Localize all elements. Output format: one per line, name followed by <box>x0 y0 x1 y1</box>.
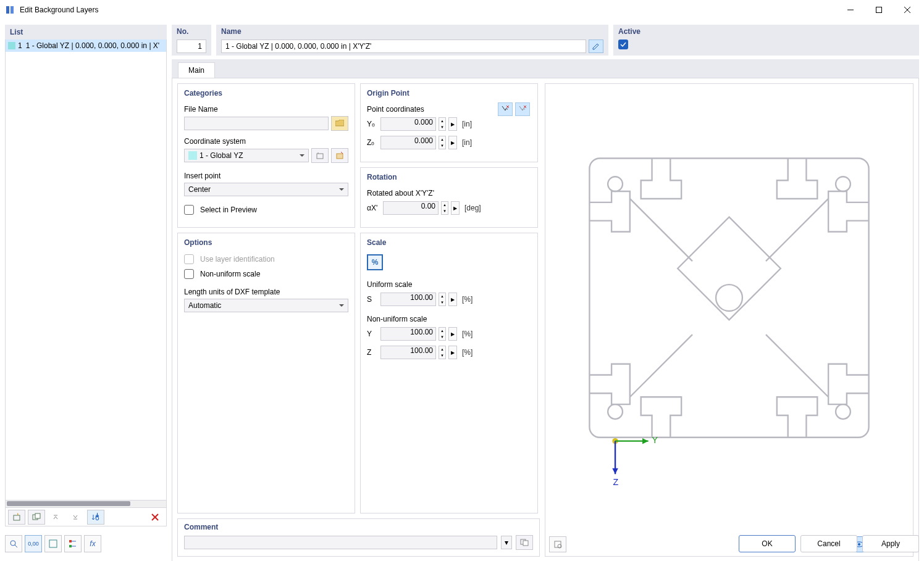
new-item-button[interactable] <box>8 510 25 525</box>
window-title: Edit Background Layers <box>20 6 98 14</box>
nonuniform-checkbox[interactable] <box>184 269 194 279</box>
scale-z-field[interactable]: 100.00 <box>380 346 436 359</box>
z0-menu[interactable]: ▶ <box>448 136 457 149</box>
tree-button[interactable] <box>64 535 82 552</box>
units-button[interactable]: 0,00 <box>25 535 42 552</box>
y0-spin[interactable]: ▲▼ <box>439 117 446 131</box>
help-button[interactable] <box>5 535 22 552</box>
alpha-menu[interactable]: ▶ <box>451 201 460 215</box>
name-label: Name <box>221 27 603 36</box>
svg-rect-8 <box>35 513 40 518</box>
scale-title: Scale <box>367 238 531 247</box>
preview-pane[interactable]: Y Z 1 2 3 <box>545 83 914 557</box>
y0-menu[interactable]: ▶ <box>448 117 457 131</box>
delete-item-button[interactable] <box>146 510 164 525</box>
y0-label: Y₀ <box>367 120 378 128</box>
svg-point-24 <box>836 177 850 191</box>
sort-desc-button[interactable] <box>67 510 85 525</box>
length-units-label: Length units of DXF template <box>184 288 348 296</box>
scale-y-spin[interactable]: ▲▼ <box>439 327 446 341</box>
alpha-spin[interactable]: ▲▼ <box>441 201 448 215</box>
svg-text:6: 6 <box>95 513 99 522</box>
percent-button[interactable]: % <box>367 254 383 270</box>
svg-rect-13 <box>317 154 323 159</box>
file-name-label: File Name <box>184 105 348 114</box>
name-field[interactable]: 1 - Global YZ | 0.000, 0.000, 0.000 in |… <box>221 39 586 53</box>
renumber-button[interactable]: 16 <box>87 510 104 525</box>
origin-title: Origin Point <box>367 89 531 98</box>
svg-point-25 <box>608 404 623 419</box>
list-item-text: 1 - Global YZ | 0.000, 0.000, 0.000 in |… <box>26 41 159 50</box>
coord-library-button[interactable] <box>311 148 329 163</box>
insert-point-dropdown[interactable]: Center <box>184 183 348 196</box>
list-body[interactable]: 1 1 - Global YZ | 0.000, 0.000, 0.000 in… <box>5 39 167 501</box>
browse-file-button[interactable] <box>331 116 348 131</box>
coord-system-label: Coordinate system <box>184 137 348 146</box>
layer-id-checkbox <box>184 254 194 264</box>
z0-field[interactable]: 0.000 <box>380 136 436 149</box>
pick-point-button-1[interactable] <box>498 102 513 116</box>
insert-point-value: Center <box>188 185 211 194</box>
scale-y-label: Y <box>367 330 378 338</box>
svg-rect-14 <box>337 154 343 159</box>
svg-line-28 <box>766 199 828 261</box>
list-item[interactable]: 1 1 - Global YZ | 0.000, 0.000, 0.000 in… <box>6 39 166 52</box>
list-hscroll[interactable] <box>5 501 167 508</box>
s-spin[interactable]: ▲▼ <box>439 293 446 306</box>
ok-button[interactable]: OK <box>739 535 796 552</box>
svg-point-23 <box>608 177 623 191</box>
copy-item-button[interactable] <box>28 510 45 525</box>
select-preview-checkbox[interactable] <box>184 205 194 215</box>
scale-z-menu[interactable]: ▶ <box>448 346 457 359</box>
svg-rect-6 <box>14 515 20 520</box>
scale-z-unit: [%] <box>462 348 472 357</box>
nonuniform-label: Non-uniform scale <box>200 270 260 278</box>
maximize-button[interactable] <box>865 0 893 20</box>
active-checkbox[interactable] <box>618 39 628 49</box>
list-item-num: 1 <box>18 41 22 50</box>
minimize-button[interactable] <box>836 0 865 20</box>
length-units-dropdown[interactable]: Automatic <box>184 299 348 312</box>
svg-point-22 <box>716 285 742 311</box>
svg-point-26 <box>836 404 850 419</box>
svg-point-44 <box>10 541 15 546</box>
svg-rect-46 <box>49 540 57 547</box>
z0-spin[interactable]: ▲▼ <box>439 136 446 149</box>
options-title: Options <box>184 238 348 247</box>
svg-line-45 <box>15 545 17 547</box>
scale-z-spin[interactable]: ▲▼ <box>439 346 446 359</box>
close-button[interactable] <box>893 0 922 20</box>
grid-button[interactable] <box>44 535 62 552</box>
s-unit: [%] <box>462 295 472 304</box>
edit-name-button[interactable] <box>589 39 603 53</box>
s-label: S <box>367 295 378 304</box>
s-menu[interactable]: ▶ <box>448 293 457 306</box>
app-icon <box>5 5 15 15</box>
cancel-button[interactable]: Cancel <box>800 535 857 552</box>
rotation-about-label: Rotated about X'Y'Z' <box>367 189 531 197</box>
no-field[interactable]: 1 <box>177 39 206 53</box>
coord-edit-button[interactable] <box>331 148 348 163</box>
s-field[interactable]: 100.00 <box>380 293 436 306</box>
scale-z-label: Z <box>367 348 378 357</box>
pick-point-button-2[interactable] <box>515 102 530 116</box>
scale-y-menu[interactable]: ▶ <box>448 327 457 341</box>
scale-y-field[interactable]: 100.00 <box>380 327 436 341</box>
coord-system-dropdown[interactable]: 1 - Global YZ <box>184 149 309 162</box>
file-name-field[interactable] <box>184 117 329 130</box>
no-label: No. <box>177 27 206 36</box>
length-units-value: Automatic <box>188 301 221 310</box>
y0-unit: [in] <box>462 120 472 128</box>
apply-button[interactable]: Apply <box>862 535 919 552</box>
scale-y-unit: [%] <box>462 330 472 338</box>
tab-main[interactable]: Main <box>178 62 215 78</box>
sort-asc-button[interactable] <box>48 510 65 525</box>
svg-rect-47 <box>69 540 72 542</box>
comment-title: Comment <box>184 523 533 531</box>
uniform-scale-label: Uniform scale <box>367 280 531 289</box>
fx-button[interactable]: fx <box>84 535 101 552</box>
insert-point-label: Insert point <box>184 172 348 180</box>
y0-field[interactable]: 0.000 <box>380 117 436 131</box>
alpha-field[interactable]: 0.00 <box>383 201 439 215</box>
svg-rect-3 <box>876 7 882 13</box>
